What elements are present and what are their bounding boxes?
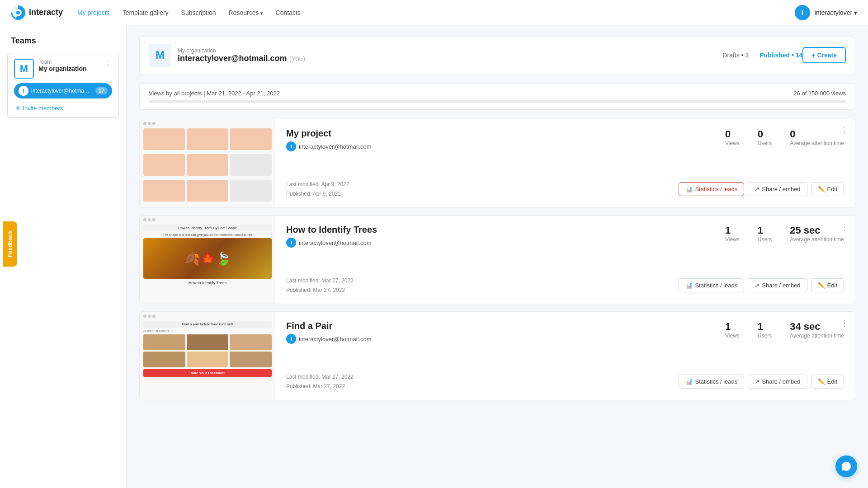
- org-email: interactylover@hotmail.com (You): [178, 54, 722, 63]
- metric-attention-2: 25 sec Average attention time: [790, 225, 844, 248]
- share-icon-1: ↗: [755, 186, 760, 192]
- published-stat[interactable]: Published • 14: [760, 52, 802, 59]
- tree-content: How to Identify Trees By Leaf Shape The …: [140, 216, 275, 304]
- chart-icon-2: 📊: [685, 282, 693, 289]
- org-stats: Drafts • 3 Published • 14: [722, 52, 802, 59]
- views-date-range: | Mar 21, 2022 - Apr 21, 2022: [203, 90, 280, 97]
- dot1: [143, 122, 146, 125]
- member-left: I interactylover@hotmail.co...: [19, 86, 90, 96]
- team-card: M Team My organization ⋮ I interactylove…: [7, 53, 119, 118]
- views-bar-label: Views by all projects | Mar 21, 2022 - A…: [149, 90, 280, 97]
- views-bar-track: [149, 100, 846, 103]
- views-bar-section: Views by all projects | Mar 21, 2022 - A…: [139, 83, 855, 110]
- take-discount-btn: Take Your Discount!: [143, 369, 272, 377]
- nav-resources[interactable]: Resources: [229, 9, 263, 16]
- stats-leads-btn-2[interactable]: 📊 Statistics / leads: [679, 278, 744, 292]
- tree-leaves-img: 🍂🍁🍃: [143, 238, 272, 279]
- svg-point-2: [16, 11, 20, 14]
- nav-my-projects[interactable]: My projects: [77, 9, 110, 16]
- owner-avatar-3: I: [286, 334, 296, 344]
- views-count-text: 26 of 150 000 views: [793, 90, 846, 97]
- metric-views-3: 1 Views: [725, 321, 740, 344]
- project-owner-2: I interactylover@hotmail.com: [286, 238, 377, 248]
- project-metrics-3: 1 Views 1 Users 34 sec Average attention…: [725, 321, 844, 344]
- metric-views-2: 1 Views: [725, 225, 740, 248]
- member-avatar: I: [19, 86, 28, 96]
- user-avatar[interactable]: I: [795, 5, 810, 20]
- team-options-dots[interactable]: ⋮: [104, 59, 112, 69]
- dot2: [148, 314, 151, 318]
- team-info: Team My organization: [38, 59, 104, 72]
- thumb-dots-1: [143, 122, 156, 125]
- share-icon-3: ↗: [755, 378, 760, 385]
- project-metrics-2: 1 Views 1 Users 25 sec Average attention…: [725, 225, 844, 248]
- logo[interactable]: interacty: [11, 5, 63, 20]
- team-member-row[interactable]: I interactylover@hotmail.co... 17: [14, 83, 112, 99]
- metric-users-3: 1 Users: [758, 321, 772, 344]
- project-options-dots-1[interactable]: ⋮: [840, 126, 849, 136]
- create-button[interactable]: + Create: [802, 47, 846, 63]
- invite-plus-icon: +: [16, 104, 20, 112]
- stats-leads-btn-3[interactable]: 📊 Statistics / leads: [679, 375, 744, 389]
- nav-subscription[interactable]: Subscription: [181, 9, 216, 16]
- project-thumbnail-3: Find a pair before time runs out! Number…: [140, 312, 275, 400]
- chart-icon-1: 📊: [685, 186, 693, 192]
- project-owner-3: I interactylover@hotmail.com: [286, 334, 372, 344]
- project-dates-1: Last modified: Apr 9, 2022 Published: Ap…: [286, 180, 349, 198]
- dot3: [152, 314, 156, 318]
- project-bottom-3: Last modified: Mar 27, 2022 Published: M…: [286, 372, 844, 391]
- project-title-area-1: My project I interactylover@hotmail.com: [286, 128, 372, 151]
- org-you-label: (You): [289, 55, 305, 62]
- dot2: [148, 218, 151, 221]
- sidebar: Teams M Team My organization ⋮ I interac…: [0, 25, 127, 488]
- project-info-1: My project I interactylover@hotmail.com …: [275, 119, 855, 207]
- tree-title-text: How to Identify Trees By Leaf Shape: [143, 225, 272, 231]
- share-embed-btn-3[interactable]: ↗ Share / embed: [748, 375, 807, 389]
- project-thumbnail-1: [140, 119, 275, 207]
- project-thumbnail-2: How to Identify Trees By Leaf Shape The …: [140, 216, 275, 304]
- share-embed-btn-2[interactable]: ↗ Share / embed: [748, 278, 807, 292]
- chart-icon-3: 📊: [685, 378, 693, 385]
- edit-icon-1: ✏️: [818, 186, 825, 192]
- project-top-3: Find a Pair I interactylover@hotmail.com…: [286, 321, 844, 344]
- owner-avatar-1: I: [286, 141, 296, 151]
- project-options-dots-3[interactable]: ⋮: [840, 318, 849, 328]
- project-title-area-3: Find a Pair I interactylover@hotmail.com: [286, 321, 372, 344]
- metric-users-1: 0 Users: [758, 128, 772, 151]
- edit-btn-1[interactable]: ✏️ Edit: [811, 182, 844, 196]
- metric-users-2: 1 Users: [758, 225, 772, 248]
- edit-btn-3[interactable]: ✏️ Edit: [811, 375, 844, 389]
- project-info-2: How to Identify Trees I interactylover@h…: [275, 216, 855, 304]
- face-grid: [140, 119, 275, 207]
- dot3: [152, 122, 156, 125]
- metric-views-1: 0 Views: [725, 128, 740, 151]
- nav-contacts[interactable]: Contacts: [276, 9, 301, 16]
- org-initial-box: M: [149, 44, 171, 66]
- topnav-right: I interactylover ▾: [795, 5, 857, 20]
- project-card-3: Find a pair before time runs out! Number…: [139, 311, 855, 400]
- edit-icon-2: ✏️: [818, 282, 825, 289]
- feedback-tab[interactable]: Feedback: [3, 221, 17, 267]
- project-actions-1: 📊 Statistics / leads ↗ Share / embed ✏️ …: [679, 182, 844, 196]
- nav-template-gallery[interactable]: Template gallery: [123, 9, 169, 16]
- project-dates-3: Last modified: Mar 27, 2022 Published: M…: [286, 372, 354, 391]
- org-label: My organization: [178, 47, 722, 54]
- team-card-header: M Team My organization ⋮: [14, 59, 112, 79]
- chat-bubble-btn[interactable]: [835, 455, 857, 477]
- project-bottom-1: Last modified: Apr 9, 2022 Published: Ap…: [286, 180, 844, 198]
- project-options-dots-2[interactable]: ⋮: [840, 222, 849, 232]
- thumb-dots-3: [143, 314, 156, 318]
- project-title-3: Find a Pair: [286, 321, 372, 331]
- stats-leads-btn-1[interactable]: 📊 Statistics / leads: [679, 182, 744, 196]
- edit-btn-2[interactable]: ✏️ Edit: [811, 278, 844, 292]
- project-owner-1: I interactylover@hotmail.com: [286, 141, 372, 151]
- logo-text: interacty: [29, 8, 63, 17]
- project-title-1: My project: [286, 128, 372, 139]
- invite-members-link[interactable]: + Invite members: [14, 104, 112, 112]
- edit-icon-3: ✏️: [818, 378, 825, 385]
- share-embed-btn-1[interactable]: ↗ Share / embed: [748, 182, 807, 196]
- member-count: 17: [95, 87, 108, 94]
- project-info-3: Find a Pair I interactylover@hotmail.com…: [275, 312, 855, 400]
- metric-attention-1: 0 Average attention time: [790, 128, 844, 151]
- username-label[interactable]: interactylover ▾: [815, 9, 857, 16]
